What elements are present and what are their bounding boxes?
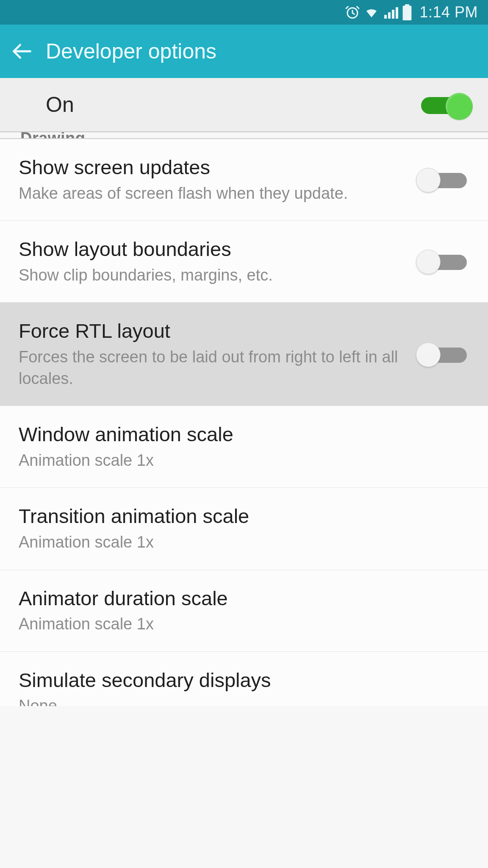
toggle-show-screen-updates[interactable]: [419, 169, 469, 191]
master-switch-row[interactable]: On: [0, 78, 488, 132]
status-time: 1:14 PM: [419, 3, 478, 21]
app-bar: Developer options: [0, 25, 488, 78]
row-sub: Forces the screen to be laid out from ri…: [19, 346, 410, 390]
row-transition-animation-scale[interactable]: Transition animation scale Animation sca…: [0, 488, 488, 570]
back-arrow-icon[interactable]: [11, 40, 33, 62]
alarm-icon: [345, 5, 360, 20]
row-sub: Animation scale 1x: [19, 613, 461, 635]
svg-rect-3: [392, 10, 394, 19]
row-show-screen-updates[interactable]: Show screen updates Make areas of screen…: [0, 139, 488, 221]
svg-rect-5: [403, 6, 412, 20]
row-title: Animator duration scale: [19, 586, 461, 611]
toggle-show-layout-boundaries[interactable]: [419, 250, 469, 273]
toggle-force-rtl[interactable]: [419, 343, 469, 365]
row-title: Show layout boundaries: [19, 237, 410, 262]
row-title: Force RTL layout: [19, 319, 410, 344]
svg-rect-6: [405, 4, 409, 6]
row-title: Show screen updates: [19, 155, 410, 180]
svg-rect-2: [388, 12, 391, 19]
row-title: Transition animation scale: [19, 504, 461, 529]
wifi-icon: [363, 5, 380, 20]
signal-icon: [383, 5, 398, 20]
settings-list: Show screen updates Make areas of screen…: [0, 139, 488, 706]
row-simulate-secondary-displays[interactable]: Simulate secondary displays None: [0, 652, 488, 707]
row-sub: Show clip boundaries, margins, etc.: [19, 264, 410, 286]
svg-rect-1: [384, 15, 387, 19]
battery-icon: [402, 4, 413, 20]
row-force-rtl-layout[interactable]: Force RTL layout Forces the screen to be…: [0, 303, 488, 406]
row-sub: None: [19, 695, 461, 706]
row-sub: Make areas of screen flash when they upd…: [19, 183, 410, 204]
row-sub: Animation scale 1x: [19, 531, 461, 553]
row-animator-duration-scale[interactable]: Animator duration scale Animation scale …: [0, 570, 488, 652]
page-title: Developer options: [46, 39, 216, 64]
status-bar: 1:14 PM: [0, 0, 488, 25]
master-switch-label: On: [46, 92, 74, 117]
row-window-animation-scale[interactable]: Window animation scale Animation scale 1…: [0, 406, 488, 488]
section-header: Drawing: [0, 132, 488, 139]
status-icons: [345, 4, 413, 20]
row-title: Window animation scale: [19, 422, 461, 447]
row-sub: Animation scale 1x: [19, 450, 461, 471]
toggle-master[interactable]: [419, 94, 469, 116]
svg-rect-4: [396, 7, 398, 19]
row-show-layout-boundaries[interactable]: Show layout boundaries Show clip boundar…: [0, 221, 488, 303]
row-title: Simulate secondary displays: [19, 668, 461, 693]
